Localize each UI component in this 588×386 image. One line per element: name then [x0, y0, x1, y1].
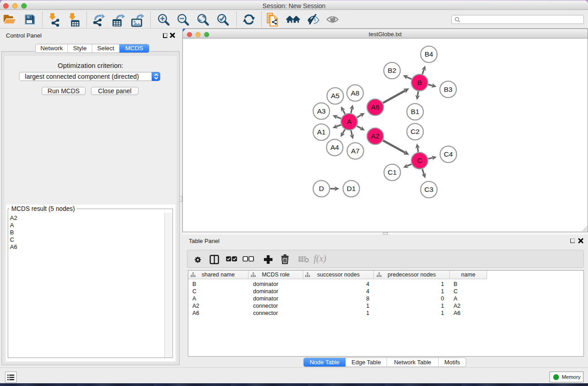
- svg-text:C: C: [417, 157, 422, 164]
- svg-text:A6: A6: [371, 103, 380, 111]
- svg-text:A2: A2: [371, 132, 380, 140]
- svg-text:A: A: [347, 118, 352, 125]
- svg-text:B: B: [417, 79, 422, 86]
- svg-text:B2: B2: [388, 67, 397, 74]
- svg-text:B4: B4: [425, 50, 433, 58]
- svg-text:C4: C4: [444, 150, 453, 158]
- svg-text:A8: A8: [351, 89, 359, 97]
- svg-text:A4: A4: [330, 143, 339, 151]
- svg-text:C1: C1: [388, 168, 397, 176]
- svg-text:C3: C3: [425, 186, 434, 193]
- svg-text:D: D: [319, 185, 324, 192]
- svg-text:D1: D1: [347, 185, 356, 192]
- svg-text:B1: B1: [411, 108, 420, 115]
- svg-text:A3: A3: [317, 107, 326, 115]
- svg-text:C2: C2: [411, 128, 420, 135]
- svg-text:A5: A5: [331, 92, 339, 100]
- svg-text:A7: A7: [351, 147, 360, 155]
- svg-text:B3: B3: [444, 86, 453, 93]
- svg-text:A1: A1: [317, 128, 326, 136]
